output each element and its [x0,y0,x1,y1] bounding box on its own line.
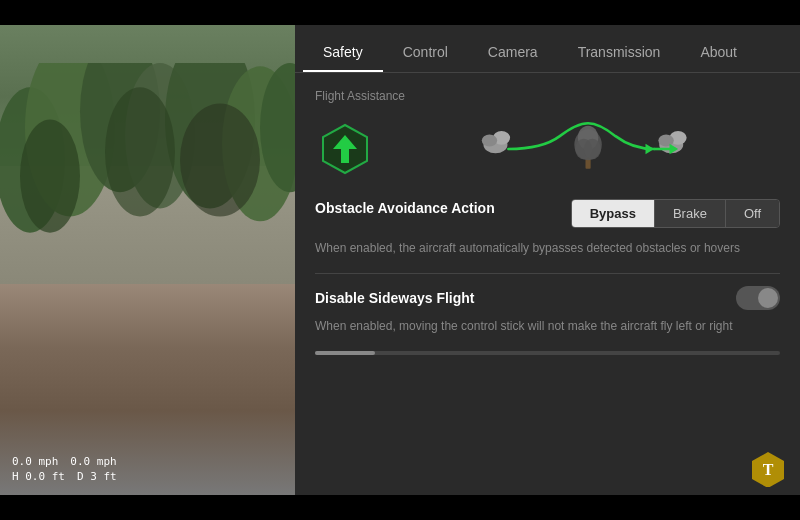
settings-panel: Safety Control Camera Transmission About… [295,25,800,495]
bypass-path-visual [391,119,780,179]
sideways-flight-row: Disable Sideways Flight [315,286,780,310]
obstacle-avoidance-label: Obstacle Avoidance Action [315,199,495,217]
section-title: Flight Assistance [315,89,780,103]
screen-container: 0.0 mph 0.0 mph H 0.0 ft D 3 ft Safety C… [0,25,800,495]
scroll-thumb[interactable] [315,351,375,355]
off-button[interactable]: Off [726,200,779,227]
section-divider [315,273,780,274]
scroll-bar [315,351,780,355]
tab-transmission[interactable]: Transmission [558,34,681,72]
obstacle-avoidance-row: Obstacle Avoidance Action Bypass Brake O… [315,199,780,228]
avoidance-button-group: Bypass Brake Off [571,199,780,228]
tab-control[interactable]: Control [383,34,468,72]
speed2-value: 0.0 mph [70,455,116,468]
svg-marker-23 [646,144,655,154]
altitude-value: H 0.0 ft [12,470,65,483]
sideways-flight-toggle[interactable] [736,286,780,310]
svg-point-14 [482,134,497,146]
flight-assistance-visual [315,119,780,179]
svg-point-9 [180,103,260,216]
svg-point-22 [658,134,673,146]
speed1-value: 0.0 mph [12,455,58,468]
svg-point-19 [584,139,601,160]
brake-button[interactable]: Brake [655,200,726,227]
obstacle-avoidance-description: When enabled, the aircraft automatically… [315,240,780,257]
bypass-button[interactable]: Bypass [572,200,655,227]
toggle-knob [758,288,778,308]
tab-about[interactable]: About [680,34,757,72]
svg-point-8 [105,87,175,216]
sideways-flight-label: Disable Sideways Flight [315,290,475,306]
settings-content: Flight Assistance [295,73,800,495]
drone-icon [319,123,371,175]
distance-value: D 3 ft [77,470,117,483]
tab-safety[interactable]: Safety [303,34,383,72]
svg-point-7 [20,119,80,232]
tab-camera[interactable]: Camera [468,34,558,72]
camera-hud: 0.0 mph 0.0 mph H 0.0 ft D 3 ft [12,455,117,483]
camera-feed: 0.0 mph 0.0 mph H 0.0 ft D 3 ft [0,25,295,495]
sideways-flight-description: When enabled, moving the control stick w… [315,318,780,335]
svg-text:T: T [763,461,774,478]
watermark-icon: T [750,451,786,487]
tab-bar: Safety Control Camera Transmission About [295,25,800,73]
